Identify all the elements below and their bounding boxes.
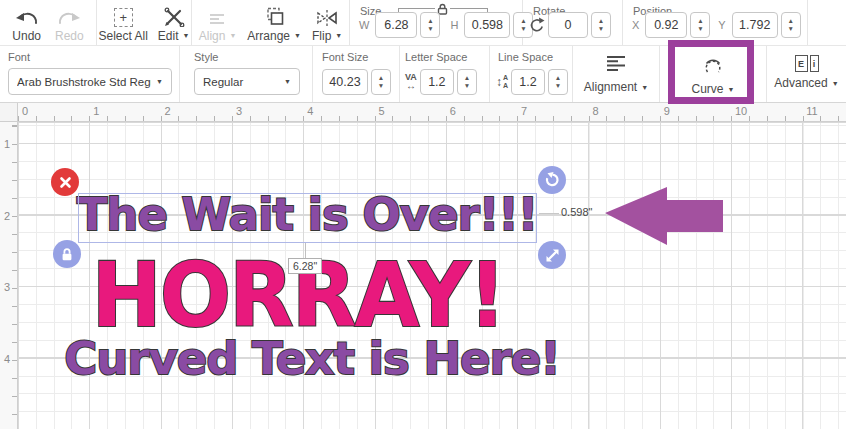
advanced-icon: E i [795,55,819,72]
undo-button[interactable]: Undo [12,3,41,43]
rotate-handle[interactable] [538,166,566,194]
undo-label: Undo [12,29,41,43]
font-size-input[interactable]: 40.23 [322,69,368,95]
x-position-stepper[interactable]: ▲▼ [690,12,710,38]
chevron-down-icon: ▼ [183,32,190,39]
edit-icon [163,6,185,27]
rotate-icon [529,17,545,33]
line-space-input[interactable]: 1.2 [511,69,545,95]
width-label: W [356,19,372,31]
advanced-button[interactable]: E i Advanced▼ [767,55,846,90]
edit-button[interactable]: Edit▼ [158,3,190,43]
delete-handle[interactable] [51,168,79,196]
design-canvas[interactable]: The Wait is Over!!! HORRAY! Curved Text … [18,122,846,429]
rotate-stepper[interactable]: ▲▼ [591,12,611,38]
line-space-group: Line Space ↕ AA 1.2 ▲▼ [490,46,573,102]
chevron-down-icon: ▼ [294,32,301,39]
flip-icon [315,6,339,27]
style-dropdown[interactable]: Regular ▼ [194,68,300,95]
rotate-arrow-icon [544,172,560,188]
undo-icon [15,6,39,27]
height-input[interactable]: 0.598 [464,12,510,38]
flip-label: Flip [312,29,331,43]
letter-space-stepper[interactable]: ▲▼ [457,69,477,95]
y-label: Y [715,19,728,31]
design-app-window: Undo Redo + Select [0,0,846,429]
toolbar-row-2: Font Arab Brushstroke Std Regular ▼ Styl… [0,46,846,102]
chevron-down-icon: ▼ [335,32,342,39]
y-position-input[interactable]: 1.792 [732,12,778,38]
align-icon [209,6,227,27]
alignment-icon [606,55,626,76]
align-arrange-flip-group: Align▼ Arrange▼ Flip▼ [192,0,350,45]
size-group: Size W 6.28 ▲▼ H 0.598 ▲▼ [350,0,523,45]
align-label: Align [199,29,226,43]
chevron-down-icon: ▼ [229,32,236,39]
redo-button[interactable]: Redo [55,3,84,43]
redo-icon [57,6,81,27]
line-space-stepper[interactable]: ▲▼ [548,69,568,95]
select-edit-group: + Select All Edit▼ [97,0,192,45]
chevron-down-icon: ▼ [832,80,839,87]
ruler-number: 4 [4,353,10,365]
canvas-text-line3[interactable]: Curved Text is Here! [64,332,560,385]
rotate-input[interactable]: 0 [548,12,588,38]
font-group: Font Arab Brushstroke Std Regular ▼ [0,46,180,102]
edit-toolbar: Undo Redo + Select [0,0,846,103]
ruler-number: 3 [4,281,10,293]
height-dimension-label: 0.598" [561,206,592,218]
selection-bounding-box[interactable] [78,193,537,243]
left-arrow-annotation [605,187,723,245]
lock-handle[interactable] [53,240,81,268]
flip-button[interactable]: Flip▼ [312,3,342,43]
chevron-down-icon: ▼ [728,86,735,93]
curve-icon [701,55,725,78]
curve-button[interactable]: Curve▼ [660,55,766,96]
height-label: H [447,19,461,31]
vertical-ruler-ticks [12,122,17,429]
width-stepper[interactable]: ▲▼ [420,12,440,38]
alignment-button[interactable]: Alignment▼ [573,55,659,94]
letter-space-input[interactable]: 1.2 [420,69,454,95]
select-all-label: Select All [99,29,148,43]
close-icon [59,176,72,189]
arrange-label: Arrange [247,29,290,43]
select-all-button[interactable]: + Select All [99,3,148,43]
x-label: X [629,19,642,31]
arrange-icon [264,6,284,27]
undo-redo-group: Undo Redo [0,0,97,45]
toolbar-spacer [808,0,846,45]
font-size-stepper[interactable]: ▲▼ [371,69,391,95]
style-group: Style Regular ▼ [180,46,313,102]
ruler-number: 1 [4,138,10,150]
curve-group: Curve▼ [660,46,767,102]
x-position-input[interactable]: 0.92 [645,12,687,38]
ruler-corner [0,103,18,122]
redo-label: Redo [55,29,84,43]
edit-label: Edit [158,29,179,43]
chevron-down-icon: ▼ [284,78,291,85]
width-dimension-leader [305,243,306,259]
style-label: Style [194,51,218,63]
y-position-stepper[interactable]: ▲▼ [781,12,801,38]
width-input[interactable]: 6.28 [375,12,417,38]
width-dimension-label: 6.28" [288,258,322,274]
select-all-icon: + [114,6,133,27]
line-space-icon: ↕ AA [496,74,508,89]
font-value: Arab Brushstroke Std Regular [17,76,151,88]
line-space-label: Line Space [498,51,553,63]
alignment-group: Alignment▼ [573,46,660,102]
font-dropdown[interactable]: Arab Brushstroke Std Regular ▼ [8,68,172,95]
align-button[interactable]: Align▼ [199,3,237,43]
arrange-button[interactable]: Arrange▼ [247,3,301,43]
font-size-label: Font Size [322,51,368,63]
chevron-down-icon: ▼ [156,78,163,85]
vertical-ruler: 1234 [0,122,18,429]
style-value: Regular [203,76,279,88]
advanced-group: E i Advanced▼ [767,46,846,102]
letter-space-label: Letter Space [405,51,467,63]
resize-handle[interactable] [538,241,566,269]
toolbar-row-1: Undo Redo + Select [0,0,846,46]
position-group: Position X 0.92 ▲▼ Y 1.792 ▲▼ [623,0,808,45]
rotate-group: Rotate 0 ▲▼ [523,0,623,45]
